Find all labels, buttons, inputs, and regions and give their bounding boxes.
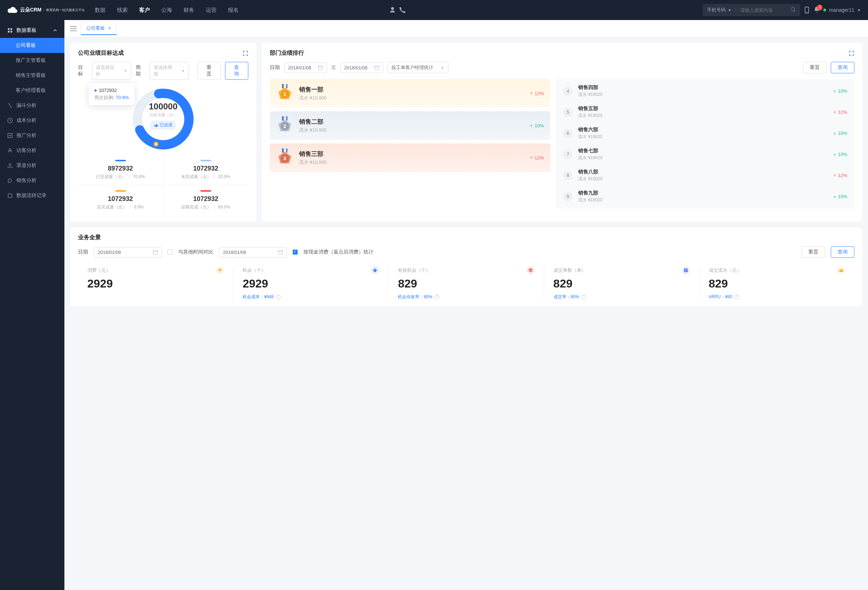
rank-row[interactable]: 7销售七部流水 ¥1902010% xyxy=(556,144,855,165)
stat-cell: 8972932已完成量（元）|70.9% xyxy=(78,155,163,185)
card-dept-ranking: 部门业绩排行 日期 2018/01/08 至 2018/01/08 按工单客户经… xyxy=(262,43,862,222)
svg-rect-27 xyxy=(153,250,158,254)
svg-rect-11 xyxy=(375,66,379,70)
panorama-date1[interactable]: 2018/01/08 xyxy=(94,247,162,257)
sidebar-item[interactable]: 漏斗分析 xyxy=(0,98,64,113)
help-icon[interactable]: ? xyxy=(276,295,281,300)
svg-rect-18 xyxy=(286,116,288,121)
calendar-icon xyxy=(153,250,158,255)
topnav-item[interactable]: 运营 xyxy=(206,7,217,13)
logo[interactable]: 云朵CRM 教育机构一站式服务云平台 xyxy=(7,6,85,14)
svg-rect-23 xyxy=(286,149,288,153)
sidebar-group-dashboard[interactable]: 数据看板 xyxy=(0,23,64,38)
sidebar-item[interactable]: 销售分析 xyxy=(0,173,64,188)
user-menu[interactable]: manager11 ▼ xyxy=(823,7,861,13)
topnav-item[interactable]: 财务 xyxy=(183,7,194,13)
expand-icon[interactable] xyxy=(849,50,855,56)
cash-label: 按现金消费（返点后消费）统计 xyxy=(303,249,373,255)
sidebar-item[interactable]: 推广分析 xyxy=(0,128,64,143)
mobile-icon[interactable] xyxy=(803,6,810,13)
help-icon[interactable]: ? xyxy=(582,295,586,300)
search-button[interactable] xyxy=(786,7,800,13)
sidebar-item[interactable]: 推广主管看板 xyxy=(0,53,64,68)
sidebar-item[interactable]: 成本分析 xyxy=(0,113,64,128)
kpi-cell: 成交单数（单）829成交率：80%? xyxy=(544,266,700,300)
panorama-date2[interactable]: 2018/01/08 xyxy=(219,247,287,257)
rank-filters: 日期 2018/01/08 至 2018/01/08 按工单客户经理统计▼ 重置… xyxy=(270,62,855,73)
query-button[interactable]: 查询 xyxy=(831,246,855,258)
to-label: 至 xyxy=(331,64,336,71)
kpi-icon xyxy=(837,266,845,274)
phone-icon[interactable] xyxy=(399,6,406,13)
svg-rect-33 xyxy=(839,269,843,272)
bell-wrap[interactable]: 5 xyxy=(813,6,821,14)
rank-top-row[interactable]: 3销售三部流水 ¥10,90012% xyxy=(270,143,550,172)
kpi-icon xyxy=(216,266,224,274)
topnav-item[interactable]: 客户 xyxy=(139,7,150,13)
select-target[interactable]: 请选择目标▼ xyxy=(92,62,131,80)
sidebar-item[interactable]: 客户经理看板 xyxy=(0,83,64,98)
svg-rect-10 xyxy=(319,66,323,70)
svg-rect-17 xyxy=(282,116,284,121)
rank-top3: 1销售一部流水 ¥10,90012%2销售二部流水 ¥10,90010%3销售三… xyxy=(270,79,550,209)
search-icon xyxy=(790,7,796,13)
rank-top-row[interactable]: 1销售一部流水 ¥10,90012% xyxy=(270,79,550,107)
kpi-cell: 有效机会（个）829机会有效率：80%? xyxy=(388,266,544,300)
donut-center-label: 目标总量（元） xyxy=(149,112,177,118)
svg-rect-4 xyxy=(8,31,10,32)
search-box: 手机号码▼ xyxy=(703,4,800,16)
select-period[interactable]: 请选择周期▼ xyxy=(149,62,189,80)
sidebar-item[interactable]: 数据流转记录 xyxy=(0,188,64,203)
rank-row[interactable]: 8销售八部流水 ¥1902012% xyxy=(556,165,855,186)
stat-cell: 1072932未完成量（元）|20.9% xyxy=(163,155,248,185)
tab-company-board[interactable]: 公司看板 ✕ xyxy=(81,22,117,35)
brand-subtext: 教育机构一站式服务云平台 xyxy=(44,8,85,12)
person-icon[interactable] xyxy=(389,6,396,13)
dashboard-icon xyxy=(7,28,13,33)
nav-icon xyxy=(7,178,13,184)
select-stat-by[interactable]: 按工单客户经理统计▼ xyxy=(387,62,448,73)
label-target: 目标 xyxy=(78,64,88,77)
search-type-select[interactable]: 手机号码▼ xyxy=(703,7,736,13)
reset-button[interactable]: 重置 xyxy=(198,62,221,80)
svg-rect-2 xyxy=(8,28,10,30)
rank-row[interactable]: 4销售四部流水 ¥1902010% xyxy=(556,81,855,102)
search-input[interactable] xyxy=(736,7,786,13)
svg-rect-22 xyxy=(282,149,284,153)
tab-close-icon[interactable]: ✕ xyxy=(108,26,111,31)
svg-rect-12 xyxy=(282,84,284,88)
topnav-item[interactable]: 公海 xyxy=(161,7,172,13)
query-button[interactable]: 查询 xyxy=(225,62,248,80)
sidebar-item[interactable]: 渠道分析 xyxy=(0,158,64,173)
svg-point-1 xyxy=(806,12,807,13)
tabbar: 公司看板 ✕ xyxy=(64,20,868,37)
svg-rect-13 xyxy=(286,84,288,88)
compare-checkbox[interactable] xyxy=(167,250,173,255)
panorama-filters: 日期 2018/01/08 与其他时间对比 2018/01/08 按现金消费（返… xyxy=(78,246,855,258)
card-goal-achievement: 公司业绩目标达成 目标 请选择目标▼ 周期 请选择周期▼ 重置 查询 xyxy=(70,43,256,222)
cash-checkbox[interactable] xyxy=(293,250,298,255)
topnav-item[interactable]: 报名 xyxy=(228,7,239,13)
rank-top-row[interactable]: 2销售二部流水 ¥10,90010% xyxy=(270,111,550,140)
rank-row[interactable]: 9销售九部流水 ¥1902010% xyxy=(556,186,855,207)
reset-button[interactable]: 重置 xyxy=(802,246,825,258)
help-icon[interactable]: ? xyxy=(434,295,439,300)
sidebar-item[interactable]: 访客分析 xyxy=(0,143,64,158)
query-button[interactable]: 查询 xyxy=(831,62,855,73)
topnav-item[interactable]: 线索 xyxy=(117,7,128,13)
topnav-item[interactable]: 数据 xyxy=(95,7,106,13)
sidebar-item[interactable]: 公司看板 xyxy=(0,38,64,53)
reset-button[interactable]: 重置 xyxy=(803,62,827,73)
date-to[interactable]: 2018/01/08 xyxy=(340,63,383,73)
help-icon[interactable]: ? xyxy=(734,295,739,300)
compare-label: 与其他时间对比 xyxy=(178,249,213,255)
status-dot xyxy=(823,9,826,12)
rank-row[interactable]: 5销售五部流水 ¥1902012% xyxy=(556,102,855,123)
rank-row[interactable]: 6销售六部流水 ¥1902010% xyxy=(556,123,855,144)
sidebar-item[interactable]: 销售主管看板 xyxy=(0,68,64,83)
date-from[interactable]: 2018/01/08 xyxy=(284,63,327,73)
expand-icon[interactable] xyxy=(242,50,248,56)
nav-icon xyxy=(7,148,13,153)
hamburger-icon[interactable] xyxy=(70,25,77,32)
goal-title: 公司业绩目标达成 xyxy=(78,49,124,57)
